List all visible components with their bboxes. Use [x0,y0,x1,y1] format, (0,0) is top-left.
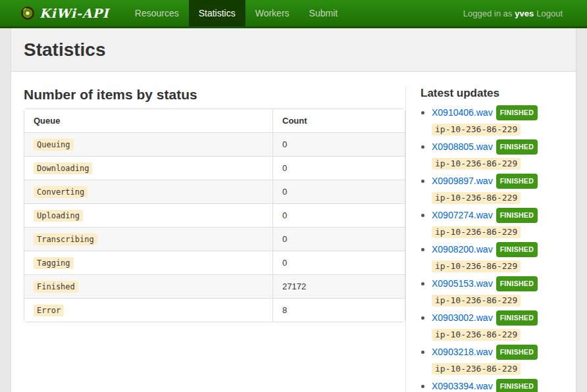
worker-host-label: ip-10-236-86-229 [432,363,521,375]
status-badge: FINISHED [496,242,538,257]
table-row: Transcribing0 [24,227,405,251]
update-worker-line: ip-10-236-86-229 [432,328,563,341]
queue-cell: Transcribing [24,227,272,251]
table-row: Downloading0 [24,156,405,180]
update-item: X0907274.wavFINISHEDip-10-236-86-229 [432,208,563,238]
queue-name-label: Finished [34,281,78,293]
update-worker-line: ip-10-236-86-229 [432,122,563,135]
queue-name-label: Uploading [34,210,83,222]
queue-name-label: Downloading [34,162,92,174]
table-row: Tagging0 [24,251,405,274]
content-panel: Statistics Number of items by status Que… [11,28,576,392]
main-column: Number of items by status Queue Count Qu… [24,87,405,392]
status-badge: FINISHED [496,310,538,326]
update-file-line: X0909897.wavFINISHED [432,174,563,189]
file-link[interactable]: X0905153.wav [432,278,493,289]
logged-in-label: Logged in as [463,9,512,18]
logout-link[interactable]: Logout [536,9,563,18]
queue-cell: Uploading [24,203,272,227]
file-link[interactable]: X0908200.wav [432,244,493,255]
username: yves [515,9,534,18]
file-link[interactable]: X0909897.wav [432,176,493,186]
session-info: Logged in as yves Logout [463,0,563,26]
update-worker-line: ip-10-236-86-229 [432,293,563,306]
nav-item-statistics[interactable]: Statistics [189,0,245,26]
update-item: X0908805.wavFINISHEDip-10-236-86-229 [432,139,563,170]
table-header-row: Queue Count [24,109,405,132]
nav-item-workers[interactable]: Workers [245,0,299,26]
queue-name-label: Tagging [34,257,74,269]
file-link[interactable]: X0903002.wav [432,312,493,323]
update-item: X0910406.wavFINISHEDip-10-236-86-229 [432,105,563,135]
page-title: Statistics [24,39,563,61]
file-link[interactable]: X0907274.wav [432,210,493,220]
update-file-line: X0907274.wavFINISHED [432,208,563,223]
table-row: Error8 [24,298,405,322]
count-cell: 0 [272,156,405,180]
count-cell: 0 [272,132,405,156]
sidebar-title: Latest updates [421,87,563,100]
file-link[interactable]: X0903218.wav [432,347,493,357]
status-badge: FINISHED [496,379,538,392]
update-worker-line: ip-10-236-86-229 [432,362,563,375]
file-link[interactable]: X0910406.wav [432,107,493,118]
update-item: X0903002.wavFINISHEDip-10-236-86-229 [432,310,563,341]
queue-name-label: Transcribing [34,233,97,245]
count-cell: 0 [272,203,405,227]
navbar: KiWi-API ResourcesStatisticsWorkersSubmi… [0,0,587,28]
page-header: Statistics [11,28,576,72]
nav-item-resources[interactable]: Resources [125,0,189,26]
update-worker-line: ip-10-236-86-229 [432,191,563,204]
update-item: X0908200.wavFINISHEDip-10-236-86-229 [432,242,563,272]
kiwi-logo-icon [20,6,35,20]
worker-host-label: ip-10-236-86-229 [432,158,521,170]
update-file-line: X0905153.wavFINISHED [432,276,563,291]
queue-cell: Error [24,298,272,322]
update-item: X0905153.wavFINISHEDip-10-236-86-229 [432,276,563,306]
table-row: Uploading0 [24,203,405,227]
update-item: X0903218.wavFINISHEDip-10-236-86-229 [432,345,563,375]
update-file-line: X0908200.wavFINISHED [432,242,563,257]
worker-host-label: ip-10-236-86-229 [432,124,521,135]
column-header-queue: Queue [24,109,272,132]
status-badge: FINISHED [496,105,538,120]
worker-host-label: ip-10-236-86-229 [432,226,521,238]
queue-cell: Converting [24,180,272,203]
queue-name-label: Converting [34,186,88,198]
nav-menu: ResourcesStatisticsWorkersSubmit [125,0,347,26]
count-cell: 27172 [272,274,405,298]
status-table: Queue Count Queuing0Downloading0Converti… [24,109,405,322]
update-file-line: X0903218.wavFINISHED [432,345,563,360]
worker-host-label: ip-10-236-86-229 [432,192,521,204]
update-item: X0909897.wavFINISHEDip-10-236-86-229 [432,174,563,204]
table-row: Finished27172 [24,274,405,298]
queue-name-label: Error [34,305,64,316]
latest-updates-list: X0910406.wavFINISHEDip-10-236-86-229X090… [421,105,563,392]
table-row: Converting0 [24,180,405,203]
column-header-count: Count [272,109,405,132]
section-title: Number of items by status [24,87,405,103]
brand-title: KiWi-API [39,6,109,20]
count-cell: 0 [272,227,405,251]
update-worker-line: ip-10-236-86-229 [432,225,563,238]
status-badge: FINISHED [496,139,538,155]
worker-host-label: ip-10-236-86-229 [432,260,521,272]
update-worker-line: ip-10-236-86-229 [432,259,563,272]
count-cell: 8 [272,298,405,322]
update-file-line: X0903002.wavFINISHED [432,310,563,326]
queue-name-label: Queuing [34,139,74,151]
brand-link[interactable]: KiWi-API [20,0,109,26]
queue-cell: Downloading [24,156,272,180]
file-link[interactable]: X0903394.wav [432,381,493,391]
update-file-line: X0908805.wavFINISHED [432,139,563,155]
nav-item-submit[interactable]: Submit [299,0,348,26]
worker-host-label: ip-10-236-86-229 [432,295,521,306]
file-link[interactable]: X0908805.wav [432,141,493,152]
content-row: Number of items by status Queue Count Qu… [11,72,576,392]
count-cell: 0 [272,180,405,203]
count-cell: 0 [272,251,405,274]
status-badge: FINISHED [496,208,538,223]
update-file-line: X0910406.wavFINISHED [432,105,563,120]
worker-host-label: ip-10-236-86-229 [432,329,521,341]
queue-cell: Tagging [24,251,272,274]
